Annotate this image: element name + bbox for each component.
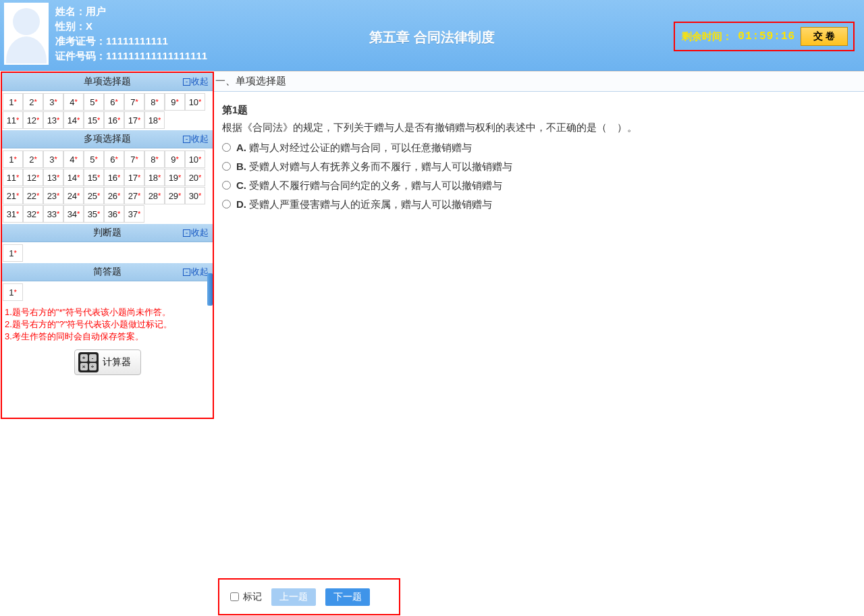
question-cell[interactable]: 18*	[144, 111, 165, 129]
question-cell[interactable]: 16*	[104, 111, 124, 129]
option-radio[interactable]	[222, 162, 231, 171]
question-cell[interactable]: 22*	[23, 187, 43, 204]
question-cell[interactable]: 6*	[104, 150, 124, 168]
question-cell[interactable]: 18*	[144, 169, 165, 186]
question-cell[interactable]: 3*	[43, 150, 63, 168]
collapse-short[interactable]: -收起	[183, 266, 209, 278]
question-cell[interactable]: 14*	[63, 169, 84, 186]
question-cell[interactable]: 4*	[63, 93, 84, 111]
question-cell[interactable]: 32*	[23, 205, 43, 223]
question-cell[interactable]: 12*	[23, 169, 43, 186]
name-value: 用户	[86, 5, 106, 17]
question-cell[interactable]: 35*	[84, 205, 104, 223]
section-head-single: 单项选择题 -收起	[2, 73, 213, 91]
question-cell[interactable]: 10*	[185, 93, 205, 111]
next-button[interactable]: 下一题	[325, 588, 370, 606]
question-cell[interactable]: 9*	[165, 150, 185, 168]
question-cell[interactable]: 1*	[3, 93, 23, 111]
timer-box: 剩余时间： 01:59:16 交 卷	[674, 22, 855, 51]
question-cell[interactable]: 2*	[23, 150, 43, 168]
note-line: 1.题号右方的"*"符号代表该小题尚未作答。	[5, 306, 210, 318]
question-cell[interactable]: 17*	[124, 111, 144, 129]
question-cell[interactable]: 23*	[43, 187, 63, 204]
question-cell[interactable]: 28*	[144, 187, 165, 204]
question-cell[interactable]: 15*	[84, 111, 104, 129]
question-cell[interactable]: 11*	[3, 111, 23, 129]
question-cell[interactable]: 13*	[43, 111, 63, 129]
question-nav-panel: 单项选择题 -收起 1*2*3*4*5*6*7*8*9*10*11*12*13*…	[1, 72, 214, 419]
mark-checkbox[interactable]	[230, 592, 239, 601]
question-number: 第1题	[222, 101, 857, 119]
question-cell[interactable]: 24*	[63, 187, 84, 204]
timer-label: 剩余时间：	[682, 30, 732, 43]
header-bar: 姓名：用户 性别：X 准考证号：11111111111 证件号码：1111111…	[0, 0, 864, 71]
option-radio[interactable]	[222, 181, 231, 190]
question-cell[interactable]: 12*	[23, 111, 43, 129]
question-cell[interactable]: 3*	[43, 93, 63, 111]
question-cell[interactable]: 33*	[43, 205, 63, 223]
question-cell[interactable]: 8*	[144, 150, 165, 168]
option-letter: A.	[236, 142, 246, 153]
question-stem: 根据《合同法》的规定，下列关于赠与人是否有撤销赠与权利的表述中，不正确的是（ ）…	[222, 119, 857, 136]
question-cell[interactable]: 5*	[84, 93, 104, 111]
question-cell[interactable]: 1*	[3, 150, 23, 168]
section-title-single: 单项选择题	[84, 76, 131, 88]
question-cell[interactable]: 2*	[23, 93, 43, 111]
question-cell[interactable]: 6*	[104, 93, 124, 111]
question-cell[interactable]: 14*	[63, 111, 84, 129]
option-letter: B.	[236, 161, 246, 172]
question-cell[interactable]: 7*	[124, 150, 144, 168]
mark-checkbox-wrap[interactable]: 标记	[230, 591, 262, 603]
section-head-short: 简答题 -收起	[2, 263, 213, 281]
option-text: 受赠人严重侵害赠与人的近亲属，赠与人可以撤销赠与	[249, 198, 492, 210]
option-row[interactable]: C.受赠人不履行赠与合同约定的义务，赠与人可以撤销赠与	[222, 177, 857, 194]
collapse-multi[interactable]: -收起	[183, 133, 209, 145]
option-row[interactable]: D.受赠人严重侵害赠与人的近亲属，赠与人可以撤销赠与	[222, 196, 857, 213]
submit-button[interactable]: 交 卷	[801, 27, 848, 46]
question-cell[interactable]: 7*	[124, 93, 144, 111]
avatar-silhouette-icon	[5, 4, 47, 63]
question-cell[interactable]: 1*	[3, 244, 23, 262]
option-row[interactable]: A.赠与人对经过公证的赠与合同，可以任意撤销赠与	[222, 139, 857, 157]
option-text: 受赠人不履行赠与合同约定的义务，赠与人可以撤销赠与	[249, 179, 502, 191]
user-info: 姓名：用户 性别：X 准考证号：11111111111 证件号码：1111111…	[55, 3, 207, 63]
question-cell[interactable]: 20*	[185, 169, 205, 186]
scrollbar-handle[interactable]	[207, 273, 213, 306]
question-cell[interactable]: 19*	[165, 169, 185, 186]
question-cell[interactable]: 25*	[84, 187, 104, 204]
ticket-value: 11111111111	[106, 35, 168, 47]
collapse-judge[interactable]: -收起	[183, 227, 209, 239]
option-row[interactable]: B.受赠人对赠与人有抚养义务而不履行，赠与人可以撤销赠与	[222, 158, 857, 175]
question-cell[interactable]: 30*	[185, 187, 205, 204]
question-cell[interactable]: 21*	[3, 187, 23, 204]
question-cell[interactable]: 36*	[104, 205, 124, 223]
page-title: 第五章 合同法律制度	[369, 28, 495, 47]
prev-button[interactable]: 上一题	[271, 588, 316, 606]
question-cell[interactable]: 1*	[3, 283, 23, 301]
option-radio[interactable]	[222, 143, 231, 152]
question-cell[interactable]: 11*	[3, 169, 23, 186]
qgrid-multi: 1*2*3*4*5*6*7*8*9*10*11*12*13*14*15*16*1…	[2, 148, 213, 224]
question-cell[interactable]: 34*	[63, 205, 84, 223]
calculator-button[interactable]: +-×÷ 计算器	[74, 349, 141, 375]
question-cell[interactable]: 29*	[165, 187, 185, 204]
section-head-judge: 判断题 -收起	[2, 224, 213, 242]
question-cell[interactable]: 9*	[165, 93, 185, 111]
question-cell[interactable]: 37*	[124, 205, 144, 223]
question-cell[interactable]: 5*	[84, 150, 104, 168]
question-cell[interactable]: 26*	[104, 187, 124, 204]
section-title-judge: 判断题	[93, 227, 122, 239]
option-radio[interactable]	[222, 200, 231, 208]
question-cell[interactable]: 10*	[185, 150, 205, 168]
question-cell[interactable]: 16*	[104, 169, 124, 186]
question-cell[interactable]: 27*	[124, 187, 144, 204]
id-value: 111111111111111111	[106, 50, 207, 61]
section-title-multi: 多项选择题	[84, 133, 131, 145]
question-cell[interactable]: 13*	[43, 169, 63, 186]
collapse-single[interactable]: -收起	[183, 76, 209, 88]
question-cell[interactable]: 31*	[3, 205, 23, 223]
question-cell[interactable]: 15*	[84, 169, 104, 186]
question-cell[interactable]: 17*	[124, 169, 144, 186]
question-cell[interactable]: 8*	[144, 93, 165, 111]
question-cell[interactable]: 4*	[63, 150, 84, 168]
